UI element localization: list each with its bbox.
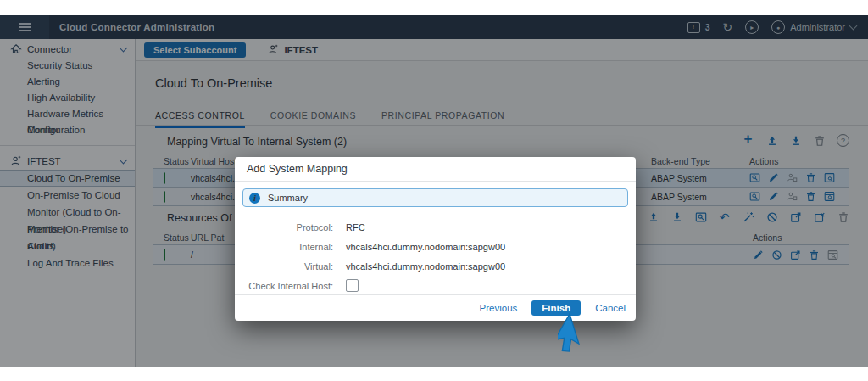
protocol-value: RFC (346, 222, 365, 233)
field-label: Check Internal Host: (235, 281, 333, 291)
dialog-body: Protocol: RFC Internal: vhcals4hci.dummy… (235, 217, 636, 295)
info-icon (249, 193, 260, 204)
summary-label: Summary (268, 193, 308, 203)
cancel-button[interactable]: Cancel (595, 303, 626, 313)
check-internal-host-checkbox[interactable] (346, 279, 359, 292)
virtual-host-value: vhcals4hci.dummy.nodomain:sapgw00 (346, 261, 505, 272)
finish-button[interactable]: Finish (531, 300, 581, 316)
field-label: Protocol: (235, 222, 333, 233)
dialog-footer: Previous Finish Cancel (235, 294, 636, 321)
dialog-title: Add System Mapping (235, 157, 636, 182)
summary-message-strip: Summary (242, 188, 628, 207)
add-system-mapping-dialog: Add System Mapping Summary Protocol: RFC… (235, 157, 636, 321)
screenshot-page: Cloud Connector Administration 3 ● Admin… (0, 0, 868, 381)
field-label: Virtual: (235, 261, 333, 272)
field-label: Internal: (235, 242, 333, 252)
internal-host-value: vhcals4hci.dummy.nodomain:sapgw00 (346, 242, 505, 252)
previous-button[interactable]: Previous (480, 303, 518, 313)
